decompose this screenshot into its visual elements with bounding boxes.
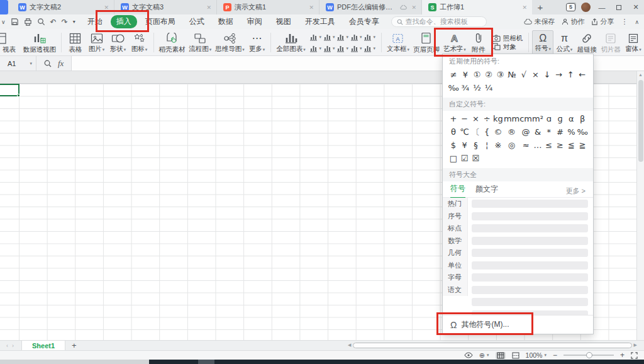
- vertical-scroll-thumb[interactable]: [638, 80, 643, 162]
- insert-function-icon[interactable]: fx: [58, 59, 64, 69]
- fullscreen-icon[interactable]: [631, 352, 638, 359]
- recent-symbol-cell[interactable]: №: [506, 68, 518, 81]
- qat-more-caret[interactable]: ▾: [73, 19, 75, 25]
- custom-symbol-cell[interactable]: ɡ: [555, 112, 566, 125]
- zoom-level[interactable]: 100%▾: [526, 351, 547, 359]
- zoom-out-button[interactable]: −: [553, 352, 557, 358]
- custom-symbol-cell[interactable]: α: [565, 112, 577, 125]
- tab-close-icon[interactable]: ✕: [205, 4, 213, 11]
- custom-symbol-cell[interactable]: ℃: [459, 125, 470, 139]
- recent-symbol-cell[interactable]: ≠: [448, 68, 460, 81]
- tab-emoticons[interactable]: 颜文字: [475, 184, 498, 198]
- custom-symbol-cell[interactable]: θ: [448, 125, 459, 139]
- command-search-box[interactable]: 查找命令、搜索模板: [391, 16, 487, 27]
- custom-symbol-cell[interactable]: *: [543, 125, 555, 139]
- category-item[interactable]: 序号: [443, 210, 467, 223]
- tab-close-icon[interactable]: ✕: [410, 4, 418, 11]
- tab-close-icon[interactable]: ✕: [103, 4, 110, 11]
- custom-symbol-cell[interactable]: ©: [492, 125, 504, 139]
- scroll-up-icon[interactable]: ▲: [638, 72, 643, 77]
- custom-symbol-cell[interactable]: …: [532, 139, 543, 152]
- zoom-slider[interactable]: [564, 355, 614, 356]
- sheet-tab-sheet1[interactable]: Sheet1: [21, 341, 65, 350]
- chart-type-icon[interactable]: ▾: [336, 43, 348, 54]
- recent-symbol-cell[interactable]: ‰: [448, 81, 460, 94]
- scroll-right-icon[interactable]: ▶: [634, 343, 637, 348]
- custom-symbol-cell[interactable]: $: [448, 139, 459, 152]
- recent-symbol-cell[interactable]: ¾: [460, 81, 472, 94]
- toolbar-pivot-table-partial[interactable]: 视表: [0, 30, 21, 55]
- recent-symbol-cell[interactable]: √: [518, 68, 530, 81]
- custom-symbol-cell[interactable]: □: [448, 152, 459, 165]
- custom-symbol-cell[interactable]: +: [448, 112, 459, 125]
- toolbar-icons-library[interactable]: 图标▾: [129, 30, 150, 55]
- category-item[interactable]: 数学: [443, 235, 467, 247]
- custom-symbol-cell[interactable]: ®: [504, 125, 519, 139]
- share-button[interactable]: 分享: [591, 17, 614, 26]
- zoom-in-button[interactable]: +: [620, 352, 625, 358]
- undo-icon[interactable]: ↶: [50, 18, 57, 26]
- close-button[interactable]: ✕: [630, 3, 641, 11]
- category-item[interactable]: 热门: [443, 198, 467, 210]
- vertical-scrollbar[interactable]: ▲: [636, 71, 644, 340]
- custom-symbol-cell[interactable]: ‰: [577, 125, 588, 139]
- toolbar-shapes[interactable]: 形状▾: [108, 30, 129, 55]
- chart-type-icon[interactable]: ▾: [323, 31, 335, 42]
- print-preview-icon[interactable]: [37, 18, 45, 26]
- custom-symbol-cell[interactable]: ≈: [519, 139, 532, 152]
- custom-symbol-cell[interactable]: −: [459, 112, 470, 125]
- recent-symbol-cell[interactable]: ×: [530, 68, 541, 81]
- document-count-badge[interactable]: 5: [566, 3, 575, 11]
- save-icon[interactable]: [11, 18, 19, 26]
- recent-symbol-cell[interactable]: ①: [471, 68, 483, 81]
- custom-symbol-cell[interactable]: §: [470, 139, 482, 152]
- custom-symbol-cell[interactable]: ≧: [577, 139, 588, 152]
- zoom-formula-icon[interactable]: [44, 60, 52, 67]
- sheet-nav-arrows[interactable]: ‹›: [0, 343, 21, 349]
- custom-symbol-cell[interactable]: ×: [470, 112, 482, 125]
- toolbar-hyperlink[interactable]: 超链接: [575, 30, 599, 55]
- zoom-slider-knob[interactable]: [586, 352, 592, 358]
- tab-close-icon[interactable]: ✕: [521, 4, 528, 11]
- recent-symbol-cell[interactable]: →: [553, 68, 565, 81]
- custom-symbol-cell[interactable]: {: [481, 125, 492, 139]
- custom-symbol-cell[interactable]: ¦: [481, 139, 492, 152]
- custom-symbol-cell[interactable]: ≦: [565, 139, 577, 152]
- more-menu-button[interactable]: ⋮: [621, 18, 628, 26]
- category-item[interactable]: 字母: [443, 271, 467, 284]
- custom-symbol-cell[interactable]: ☒: [470, 152, 482, 165]
- chart-type-icon[interactable]: ▾: [336, 31, 348, 42]
- custom-symbol-cell[interactable]: @: [519, 125, 532, 139]
- wps-home-button-partial[interactable]: [0, 0, 8, 14]
- recent-symbol-cell[interactable]: ↑: [565, 68, 577, 81]
- custom-symbol-cell[interactable]: ɑ: [543, 112, 555, 125]
- toolbar-forms[interactable]: 窗体▾: [623, 30, 644, 55]
- custom-symbol-cell[interactable]: ※: [492, 139, 504, 152]
- custom-symbol-cell[interactable]: ¥: [459, 139, 470, 152]
- tab-close-icon[interactable]: ✕: [308, 4, 315, 11]
- custom-symbol-cell[interactable]: mm: [504, 112, 519, 125]
- horizontal-scroll-thumb[interactable]: [353, 343, 631, 348]
- menu-item-5[interactable]: 审阅: [242, 15, 268, 28]
- tab-symbols[interactable]: 符号: [450, 183, 465, 198]
- custom-symbol-cell[interactable]: %: [565, 125, 577, 139]
- chart-type-icon[interactable]: ▾: [350, 31, 362, 42]
- custom-symbol-cell[interactable]: #: [555, 125, 566, 139]
- custom-symbol-cell[interactable]: &: [532, 125, 543, 139]
- toolbar-object[interactable]: 对象: [492, 43, 523, 50]
- file-menu-caret[interactable]: ∨: [1, 19, 6, 25]
- page-break-view-button[interactable]: [512, 352, 519, 359]
- document-tab[interactable]: WPDF怎么编辑修改内容.docx✕: [319, 0, 422, 14]
- custom-symbol-cell[interactable]: ÷: [481, 112, 492, 125]
- custom-symbol-cell[interactable]: kg: [492, 112, 504, 125]
- recent-symbol-cell[interactable]: ③: [494, 68, 506, 81]
- toolbar-pivot-chart[interactable]: 数据透视图: [21, 30, 58, 55]
- collaborate-button[interactable]: 协作: [562, 17, 584, 26]
- toolbar-docer-assets[interactable]: 稻壳素材: [157, 30, 187, 55]
- scroll-left-icon[interactable]: ◀: [348, 343, 351, 348]
- chart-type-icon[interactable]: ▾: [364, 31, 375, 42]
- normal-view-button[interactable]: [496, 352, 506, 359]
- custom-symbol-cell[interactable]: ≥: [555, 139, 566, 152]
- recent-symbol-cell[interactable]: ½: [471, 81, 483, 94]
- recent-symbol-cell[interactable]: ¥: [460, 68, 472, 81]
